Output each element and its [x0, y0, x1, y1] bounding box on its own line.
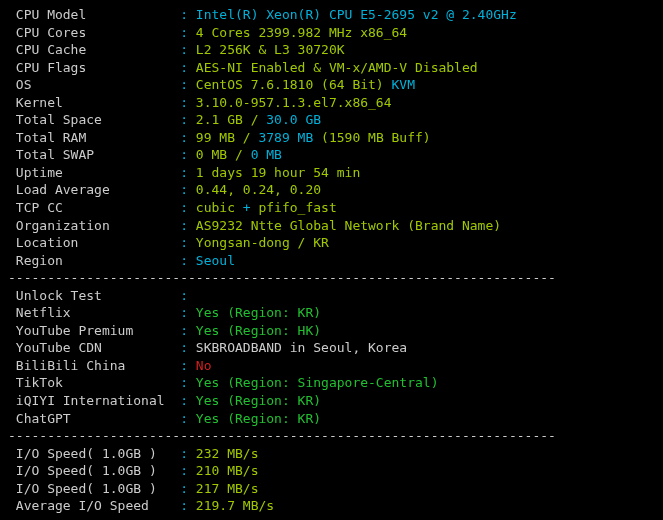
- colon: :: [180, 375, 196, 390]
- row-netflix: Netflix : Yes (Region: KR): [8, 304, 655, 322]
- colon: :: [180, 130, 196, 145]
- colon: :: [180, 60, 196, 75]
- label: BiliBili China: [8, 357, 180, 375]
- label: ChatGPT: [8, 410, 180, 428]
- row-io2: I/O Speed( 1.0GB ) : 210 MB/s: [8, 462, 655, 480]
- value: No: [196, 358, 212, 373]
- colon: :: [180, 498, 196, 513]
- divider: ----------------------------------------…: [8, 515, 655, 520]
- colon: :: [180, 218, 196, 233]
- value: L2 256K & L3 30720K: [196, 42, 345, 57]
- label: iQIYI International: [8, 392, 180, 410]
- colon: :: [180, 77, 196, 92]
- label: TikTok: [8, 374, 180, 392]
- row-io-avg: Average I/O Speed : 219.7 MB/s: [8, 497, 655, 515]
- row-cpu-flags: CPU Flags : AES-NI Enabled & VM-x/AMD-V …: [8, 59, 655, 77]
- value: 1 days 19 hour 54 min: [196, 165, 360, 180]
- value: Intel(R) Xeon(R) CPU E5-2695 v2 @ 2.40GH…: [196, 7, 517, 22]
- label: Region: [8, 252, 180, 270]
- value: CentOS 7.6.1810 (64 Bit): [196, 77, 384, 92]
- plus: +: [243, 200, 251, 215]
- value-used: 2.1 GB /: [196, 112, 259, 127]
- value: 210 MB/s: [196, 463, 259, 478]
- value: 219.7 MB/s: [196, 498, 274, 513]
- row-kernel: Kernel : 3.10.0-957.1.3.el7.x86_64: [8, 94, 655, 112]
- row-total-swap: Total SWAP : 0 MB / 0 MB: [8, 146, 655, 164]
- colon: :: [180, 42, 196, 57]
- row-os: OS : CentOS 7.6.1810 (64 Bit) KVM: [8, 76, 655, 94]
- value: AES-NI Enabled & VM-x/AMD-V Disabled: [196, 60, 478, 75]
- colon: :: [180, 7, 196, 22]
- colon: :: [180, 463, 196, 478]
- row-total-space: Total Space : 2.1 GB / 30.0 GB: [8, 111, 655, 129]
- row-iqiyi: iQIYI International : Yes (Region: KR): [8, 392, 655, 410]
- colon: :: [180, 200, 196, 215]
- value: Seoul: [196, 253, 235, 268]
- row-youtube-premium: YouTube Premium : Yes (Region: HK): [8, 322, 655, 340]
- label: Kernel: [8, 94, 180, 112]
- divider: ----------------------------------------…: [8, 269, 655, 287]
- label: CPU Model: [8, 6, 180, 24]
- value: cubic: [196, 200, 235, 215]
- colon: :: [180, 112, 196, 127]
- row-io1: I/O Speed( 1.0GB ) : 232 MB/s: [8, 445, 655, 463]
- colon: :: [180, 288, 188, 303]
- label: CPU Cache: [8, 41, 180, 59]
- colon: :: [180, 411, 196, 426]
- label: Uptime: [8, 164, 180, 182]
- value-used: 0 MB /: [196, 147, 243, 162]
- label: Total RAM: [8, 129, 180, 147]
- colon: :: [180, 305, 196, 320]
- colon: :: [180, 253, 196, 268]
- label: Organization: [8, 217, 180, 235]
- label: CPU Cores: [8, 24, 180, 42]
- colon: :: [180, 446, 196, 461]
- row-youtube-cdn: YouTube CDN : SKBROADBAND in Seoul, Kore…: [8, 339, 655, 357]
- value: Yes (Region: HK): [196, 323, 321, 338]
- colon: :: [180, 340, 196, 355]
- label: YouTube Premium: [8, 322, 180, 340]
- colon: :: [180, 95, 196, 110]
- value: 232 MB/s: [196, 446, 259, 461]
- label: Netflix: [8, 304, 180, 322]
- value: 217 MB/s: [196, 481, 259, 496]
- row-region: Region : Seoul: [8, 252, 655, 270]
- value: 0.44, 0.24, 0.20: [196, 182, 321, 197]
- label: Total Space: [8, 111, 180, 129]
- label: I/O Speed( 1.0GB ): [8, 480, 180, 498]
- label: Location: [8, 234, 180, 252]
- colon: :: [180, 393, 196, 408]
- row-load-avg: Load Average : 0.44, 0.24, 0.20: [8, 181, 655, 199]
- label: Load Average: [8, 181, 180, 199]
- value: 4 Cores 2399.982 MHz x86_64: [196, 25, 407, 40]
- row-tiktok: TikTok : Yes (Region: Singapore-Central): [8, 374, 655, 392]
- label: TCP CC: [8, 199, 180, 217]
- value-used: 99 MB /: [196, 130, 251, 145]
- label: OS: [8, 76, 180, 94]
- value: Yes (Region: Singapore-Central): [196, 375, 439, 390]
- label: Average I/O Speed: [8, 497, 180, 515]
- row-total-ram: Total RAM : 99 MB / 3789 MB (1590 MB Buf…: [8, 129, 655, 147]
- value: 3.10.0-957.1.3.el7.x86_64: [196, 95, 392, 110]
- label: CPU Flags: [8, 59, 180, 77]
- value: Yes (Region: KR): [196, 305, 321, 320]
- colon: :: [180, 481, 196, 496]
- value-total: 3789 MB: [258, 130, 313, 145]
- row-unlock-test: Unlock Test :: [8, 287, 655, 305]
- row-cpu-cores: CPU Cores : 4 Cores 2399.982 MHz x86_64: [8, 24, 655, 42]
- label: I/O Speed( 1.0GB ): [8, 462, 180, 480]
- value-total: 30.0 GB: [266, 112, 321, 127]
- row-tcp-cc: TCP CC : cubic + pfifo_fast: [8, 199, 655, 217]
- colon: :: [180, 182, 196, 197]
- colon: :: [180, 147, 196, 162]
- row-chatgpt: ChatGPT : Yes (Region: KR): [8, 410, 655, 428]
- label: Unlock Test: [8, 287, 180, 305]
- value: Yes (Region: KR): [196, 411, 321, 426]
- colon: :: [180, 323, 196, 338]
- value2: pfifo_fast: [258, 200, 336, 215]
- row-uptime: Uptime : 1 days 19 hour 54 min: [8, 164, 655, 182]
- row-bilibili: BiliBili China : No: [8, 357, 655, 375]
- colon: :: [180, 165, 196, 180]
- divider: ----------------------------------------…: [8, 427, 655, 445]
- row-cpu-model: CPU Model : Intel(R) Xeon(R) CPU E5-2695…: [8, 6, 655, 24]
